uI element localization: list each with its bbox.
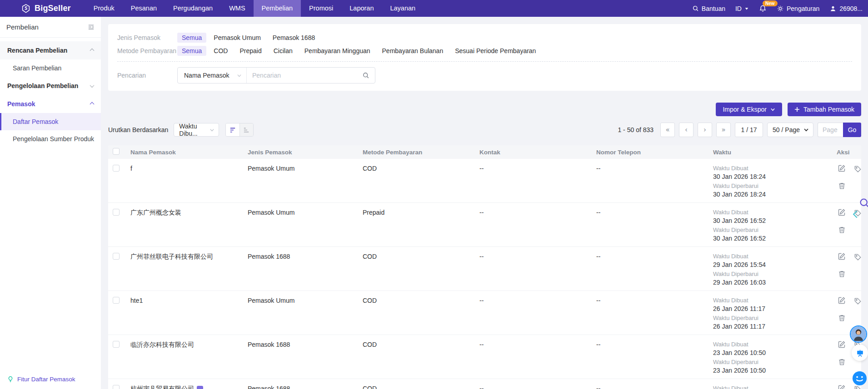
edit-icon[interactable] <box>838 164 846 172</box>
edit-icon[interactable] <box>838 208 846 217</box>
updated-label: Waktu Diperbarui <box>713 358 828 366</box>
nav-item-pembelian[interactable]: Pembelian <box>254 0 301 17</box>
row-checkbox[interactable] <box>113 165 120 172</box>
sidebar-item-daftar-pemasok[interactable]: Daftar Pemasok <box>0 113 101 130</box>
filter-option-cod[interactable]: COD <box>209 46 232 56</box>
filter-option-sesuai-periode-pembayaran[interactable]: Sesuai Periode Pembayaran <box>450 46 540 56</box>
supplier-name[interactable]: 广东广州概念女装 <box>130 209 181 217</box>
row-checkbox[interactable] <box>113 297 120 304</box>
add-supplier-button[interactable]: Tambah Pemasok <box>788 103 861 116</box>
per-page-value: 50 / Page <box>773 126 800 133</box>
user-label: 26908... <box>839 5 863 12</box>
live-chat-button[interactable] <box>852 371 867 386</box>
edit-icon[interactable] <box>838 384 846 389</box>
tag-icon[interactable] <box>854 165 862 173</box>
created-value: 30 Jan 2026 18:24 <box>713 173 828 181</box>
filter-option-pemasok-umum[interactable]: Pemasok Umum <box>209 33 265 43</box>
tag-icon[interactable] <box>854 253 862 261</box>
nav-item-layanan[interactable]: Layanan <box>382 0 424 17</box>
go-button[interactable]: Go <box>843 123 861 137</box>
filter-label-metode: Metode Pembayaran <box>117 47 177 54</box>
delete-icon[interactable] <box>838 314 846 322</box>
floating-search-icon[interactable] <box>858 197 868 209</box>
sidebar-item-pemasok[interactable]: Pemasok <box>0 95 101 113</box>
sidebar-item-pengelolaan-sumber-produk[interactable]: Pengelolaan Sumber Produk <box>0 130 101 148</box>
sidebar-item-saran-pembelian[interactable]: Saran Pembelian <box>0 59 101 77</box>
help-button[interactable]: Bantuan <box>692 5 725 12</box>
search-field-select[interactable]: Nama Pemasok <box>178 68 247 83</box>
table-row: f Pemasok Umum COD -- -- Waktu Dibuat 30… <box>108 159 861 203</box>
brand-logo[interactable]: BigSeller <box>21 4 71 14</box>
settings-button[interactable]: Pengaturan <box>777 5 819 12</box>
nav-item-produk[interactable]: Produk <box>85 0 123 17</box>
chevron-down-icon <box>770 107 775 112</box>
search-input[interactable] <box>247 68 357 83</box>
waktu-cell: Waktu Dibuat 30 Jan 2026 16:52 Waktu Dip… <box>713 203 832 242</box>
payment-method: COD <box>363 291 479 304</box>
nav-item-pesanan[interactable]: Pesanan <box>123 0 165 17</box>
sidebar-item-rencana-pembelian[interactable]: Rencana Pembelian <box>0 41 101 59</box>
filter-option-semua[interactable]: Semua <box>177 46 206 56</box>
collapse-sidebar-icon[interactable] <box>88 24 95 30</box>
page-jump-input[interactable] <box>818 123 843 137</box>
import-export-button[interactable]: Impor & Ekspor <box>716 103 782 116</box>
sort-ascending-icon[interactable] <box>239 123 253 136</box>
delete-icon[interactable] <box>838 358 846 366</box>
supplier-name[interactable]: 杭州宇凡贸易有限公司 <box>130 385 194 389</box>
supplier-name[interactable]: f <box>130 165 132 172</box>
row-checkbox[interactable] <box>113 341 120 348</box>
updated-label: Waktu Diperbarui <box>713 182 828 190</box>
filter-option-cicilan[interactable]: Cicilan <box>269 46 297 56</box>
supplier-name[interactable]: hte1 <box>130 297 143 304</box>
supplier-type: Pemasok Umum <box>248 291 363 304</box>
supplier-name[interactable]: 广州菲丝联电子科技有限公司 <box>130 253 213 261</box>
edit-icon[interactable] <box>838 296 846 305</box>
filter-option-pemasok-1688[interactable]: Pemasok 1688 <box>268 33 319 43</box>
chevron-up-icon <box>90 48 95 53</box>
tag-icon[interactable] <box>854 385 862 389</box>
sidebar-footer-link[interactable]: Fitur Daftar Pemasok <box>7 376 75 383</box>
phone-value: -- <box>596 335 713 348</box>
next-page-icon[interactable]: › <box>698 123 712 137</box>
support-agent-avatar[interactable] <box>850 325 867 343</box>
table-row: 广州菲丝联电子科技有限公司 Pemasok 1688 COD -- -- Wak… <box>108 247 861 291</box>
sort-descending-icon[interactable] <box>226 123 239 136</box>
nav-item-wms[interactable]: WMS <box>221 0 253 17</box>
delete-icon[interactable] <box>838 270 846 278</box>
filter-option-pembayaran-bulanan[interactable]: Pembayaran Bulanan <box>378 46 448 56</box>
sort-field-select[interactable]: Waktu Dibu... <box>174 123 219 137</box>
notifications-button[interactable]: New <box>759 5 767 12</box>
filter-option-pembayaran-mingguan[interactable]: Pembayaran Mingguan <box>300 46 375 56</box>
main-nav: ProdukPesananPergudanganWMSPembelianProm… <box>85 0 424 17</box>
delete-icon[interactable] <box>838 226 846 234</box>
last-page-icon[interactable]: » <box>716 123 731 137</box>
nav-item-promosi[interactable]: Promosi <box>301 0 341 17</box>
row-checkbox[interactable] <box>113 209 120 216</box>
edit-icon[interactable] <box>838 340 846 349</box>
language-selector[interactable]: ID <box>735 5 749 12</box>
phone-value: -- <box>596 203 713 216</box>
sidebar-item-pengelolaan-pembelian[interactable]: Pengelolaan Pembelian <box>0 77 101 95</box>
add-supplier-label: Tambah Pemasok <box>803 106 854 113</box>
tag-icon[interactable] <box>854 297 862 305</box>
pagination: 1 - 50 of 833 « ‹ › » 1 / 17 50 / Page G… <box>618 123 861 137</box>
nav-item-laporan[interactable]: Laporan <box>341 0 382 17</box>
edit-icon[interactable] <box>838 252 846 261</box>
nav-item-pergudangan[interactable]: Pergudangan <box>165 0 221 17</box>
select-all-checkbox[interactable] <box>113 148 120 155</box>
filter-option-prepaid[interactable]: Prepaid <box>235 46 266 56</box>
user-menu[interactable]: 26908... <box>829 5 863 12</box>
delete-icon[interactable] <box>838 182 846 190</box>
floating-chevron-icon[interactable] <box>851 209 861 219</box>
supplier-name[interactable]: 临沂亦尔科技有限公司 <box>130 341 194 349</box>
announcement-button[interactable] <box>852 345 868 361</box>
search-icon[interactable] <box>357 72 375 79</box>
row-checkbox[interactable] <box>113 253 120 260</box>
first-page-icon[interactable]: « <box>660 123 675 137</box>
per-page-select[interactable]: 50 / Page <box>767 123 813 137</box>
filter-option-semua[interactable]: Semua <box>177 33 206 43</box>
prev-page-icon[interactable]: ‹ <box>679 123 693 137</box>
navbar-right: Bantuan ID New Pengaturan 26908... <box>692 5 868 12</box>
row-checkbox[interactable] <box>113 385 120 389</box>
filter-row-metode: Metode Pembayaran SemuaCODPrepaidCicilan… <box>117 44 852 57</box>
